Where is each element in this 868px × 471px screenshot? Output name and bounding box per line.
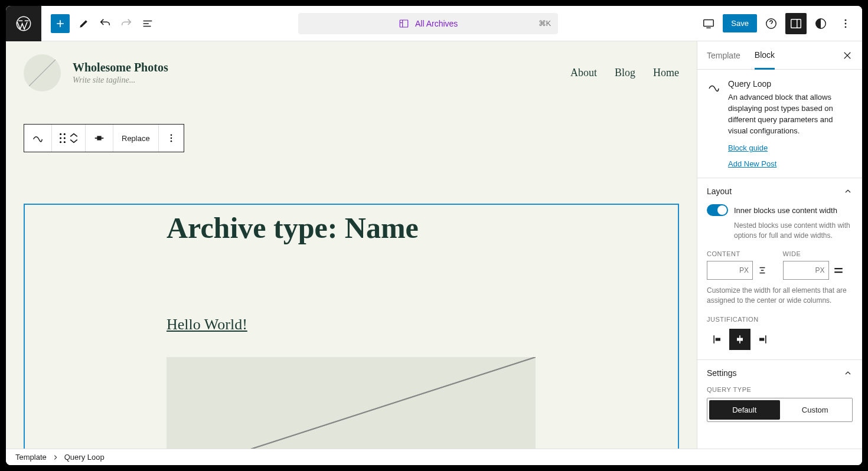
settings-sidebar: Template Block Query Loop An advanced bl… bbox=[697, 41, 862, 449]
block-options-button[interactable] bbox=[159, 125, 184, 152]
svg-point-11 bbox=[60, 137, 61, 139]
block-description: An advanced block that allows displaying… bbox=[728, 92, 853, 136]
chevron-up-icon bbox=[843, 187, 853, 196]
editor-canvas[interactable]: Wholesome Photos Write site tagline... A… bbox=[6, 41, 697, 449]
shortcut-hint: ⌘K bbox=[539, 19, 552, 28]
add-block-button[interactable] bbox=[51, 14, 70, 33]
chevron-up-icon bbox=[843, 368, 853, 378]
settings-panel: Settings QUERY TYPE Default Custom bbox=[697, 360, 862, 431]
view-button[interactable] bbox=[698, 13, 719, 34]
breadcrumb: Template Query Loop bbox=[6, 449, 862, 465]
wide-width-label: WIDE bbox=[783, 250, 853, 257]
archive-title[interactable]: Archive type: Name bbox=[167, 211, 678, 245]
redo-button[interactable] bbox=[116, 13, 137, 34]
svg-point-13 bbox=[60, 141, 61, 143]
query-type-label: QUERY TYPE bbox=[707, 386, 853, 393]
svg-rect-18 bbox=[716, 338, 720, 341]
content-width-label: CONTENT bbox=[707, 250, 777, 257]
panel-title: Layout bbox=[707, 187, 732, 196]
drag-handle[interactable] bbox=[52, 125, 86, 152]
block-type-button[interactable] bbox=[24, 125, 52, 152]
site-title[interactable]: Wholesome Photos bbox=[73, 61, 168, 74]
svg-point-15 bbox=[170, 134, 172, 136]
justification-label: JUSTIFICATION bbox=[707, 316, 853, 323]
nav-item[interactable]: About bbox=[570, 67, 597, 79]
settings-sidebar-button[interactable] bbox=[785, 13, 807, 34]
site-header: Wholesome Photos Write site tagline... A… bbox=[6, 41, 697, 91]
chevron-up-icon[interactable] bbox=[70, 132, 78, 138]
nav-item[interactable]: Home bbox=[653, 67, 679, 79]
svg-rect-19 bbox=[737, 338, 743, 341]
content-width-toggle[interactable] bbox=[707, 204, 728, 216]
add-new-post-link[interactable]: Add New Post bbox=[728, 159, 776, 168]
query-type-default[interactable]: Default bbox=[709, 400, 780, 420]
nav-item[interactable]: Blog bbox=[615, 67, 635, 79]
svg-point-7 bbox=[845, 22, 847, 24]
editor-topbar: All Archives ⌘K Save bbox=[6, 6, 862, 41]
block-guide-link[interactable]: Block guide bbox=[728, 143, 768, 152]
post-title[interactable]: Hello World! bbox=[167, 316, 678, 333]
help-button[interactable] bbox=[761, 13, 782, 34]
svg-point-9 bbox=[60, 133, 61, 135]
justify-left-button[interactable] bbox=[707, 329, 728, 350]
svg-point-6 bbox=[845, 19, 847, 21]
undo-button[interactable] bbox=[94, 13, 116, 34]
site-tagline-placeholder[interactable]: Write site tagline... bbox=[73, 76, 168, 85]
query-loop-icon bbox=[707, 79, 721, 168]
tab-block[interactable]: Block bbox=[755, 42, 775, 70]
svg-rect-20 bbox=[759, 338, 764, 341]
block-info-panel: Query Loop An advanced block that allows… bbox=[697, 70, 862, 178]
width-help-text: Customize the width for all elements tha… bbox=[707, 286, 853, 306]
svg-point-14 bbox=[64, 141, 66, 143]
wide-width-input[interactable] bbox=[783, 261, 829, 280]
panel-title: Settings bbox=[707, 368, 737, 378]
close-sidebar-button[interactable] bbox=[842, 50, 853, 61]
justify-center-button[interactable] bbox=[729, 329, 750, 350]
chevron-down-icon[interactable] bbox=[70, 138, 78, 144]
settings-panel-header[interactable]: Settings bbox=[697, 360, 862, 386]
svg-point-12 bbox=[64, 137, 66, 139]
styles-button[interactable] bbox=[810, 13, 831, 34]
site-nav: About Blog Home bbox=[570, 67, 679, 79]
replace-button[interactable]: Replace bbox=[113, 125, 159, 152]
layout-panel-header[interactable]: Layout bbox=[697, 178, 862, 204]
svg-rect-1 bbox=[400, 20, 408, 27]
content-align-icon[interactable] bbox=[756, 265, 768, 276]
list-view-button[interactable] bbox=[137, 13, 158, 34]
block-toolbar: Replace bbox=[24, 124, 184, 152]
breadcrumb-template[interactable]: Template bbox=[15, 453, 47, 462]
document-title: All Archives bbox=[415, 19, 458, 28]
site-logo-placeholder[interactable] bbox=[24, 54, 61, 91]
content-width-input[interactable] bbox=[707, 261, 753, 280]
drag-icon bbox=[59, 133, 66, 143]
chevron-right-icon bbox=[53, 454, 58, 460]
tab-template[interactable]: Template bbox=[707, 41, 740, 69]
layout-panel: Layout Inner blocks use content width Ne… bbox=[697, 178, 862, 359]
svg-rect-2 bbox=[704, 19, 714, 26]
svg-point-8 bbox=[845, 26, 847, 28]
wp-logo-button[interactable] bbox=[6, 6, 41, 41]
edit-tools-button[interactable] bbox=[73, 13, 94, 34]
svg-point-16 bbox=[170, 138, 172, 139]
query-type-toggle: Default Custom bbox=[707, 398, 853, 422]
svg-point-10 bbox=[64, 133, 66, 135]
save-button[interactable]: Save bbox=[723, 14, 757, 32]
toggle-label: Inner blocks use content width bbox=[734, 206, 837, 215]
svg-rect-4 bbox=[791, 19, 801, 28]
breadcrumb-queryloop[interactable]: Query Loop bbox=[64, 453, 105, 462]
options-button[interactable] bbox=[835, 13, 856, 34]
query-type-custom[interactable]: Custom bbox=[780, 400, 851, 420]
wide-align-icon[interactable] bbox=[833, 265, 844, 276]
document-bar[interactable]: All Archives ⌘K bbox=[298, 13, 558, 34]
svg-point-17 bbox=[170, 140, 172, 142]
align-button[interactable] bbox=[86, 125, 113, 152]
layout-icon bbox=[399, 18, 409, 29]
query-loop-block[interactable]: Archive type: Name Hello World! Welcome … bbox=[24, 204, 679, 449]
toggle-description: Nested blocks use content width with opt… bbox=[734, 221, 853, 241]
justify-right-button[interactable] bbox=[752, 329, 773, 350]
block-title: Query Loop bbox=[728, 79, 853, 89]
featured-image-placeholder[interactable] bbox=[167, 357, 536, 449]
